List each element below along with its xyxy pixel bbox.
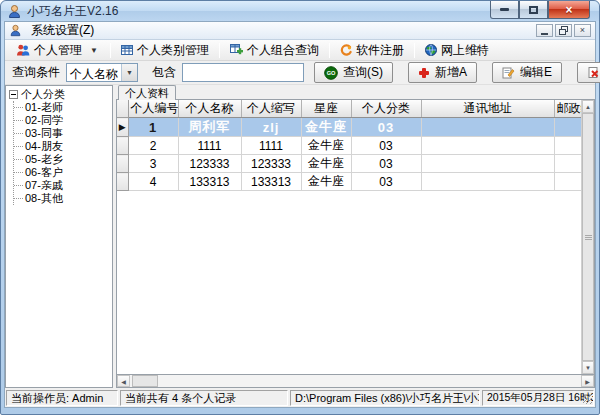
chevron-down-icon[interactable]: ▼: [121, 64, 137, 81]
cell: zlj: [241, 118, 301, 137]
horizontal-scroll-thumb[interactable]: [132, 375, 158, 387]
add-icon: [418, 67, 430, 79]
edit-icon: [502, 66, 515, 79]
toolbar-combo-query-button[interactable]: 个人组合查询: [224, 40, 325, 61]
tab-personal-data[interactable]: 个人资料: [118, 85, 176, 100]
mdi-restore-button[interactable]: [555, 24, 572, 37]
edit-button[interactable]: 编辑E: [492, 62, 562, 83]
cell: 133313: [178, 173, 241, 191]
cell: 金牛座: [301, 118, 351, 137]
toolbar-button-label: 个人类别管理: [137, 42, 209, 59]
cell: 3: [128, 155, 178, 173]
tree-item-hometown[interactable]: 05-老乡: [14, 153, 112, 166]
table-row[interactable]: ▶ 1 周利军 zlj 金牛座 03: [117, 118, 590, 137]
tree-item-friend[interactable]: 04-朋友: [14, 140, 112, 153]
cell: 03: [351, 155, 421, 173]
tab-strip: 个人资料: [116, 85, 595, 100]
cell: [421, 173, 554, 191]
main-area: 个人分类 01-老师 02-同学 03-同事 04-朋友 05-老乡 06-客户…: [5, 85, 595, 388]
table-row[interactable]: 2 1111 1111 金牛座 03: [117, 137, 590, 155]
cell: 03: [351, 137, 421, 155]
tree-item-colleague[interactable]: 03-同事: [14, 127, 112, 140]
records-panel: 个人资料 个人编号 个人名称: [116, 85, 595, 388]
toolbar-button-label: 软件注册: [356, 42, 404, 59]
tree-item-teacher[interactable]: 01-老师: [14, 101, 112, 114]
cell: 133313: [241, 173, 301, 191]
tree-children: 01-老师 02-同学 03-同事 04-朋友 05-老乡 06-客户 07-亲…: [13, 101, 112, 205]
collapse-icon[interactable]: [9, 90, 18, 99]
go-icon: GO: [324, 66, 338, 80]
delete-button[interactable]: 删除D: [577, 62, 600, 83]
caption-buttons: ×: [490, 1, 590, 19]
cell: 金牛座: [301, 137, 351, 155]
tree-item-other[interactable]: 08-其他: [14, 192, 112, 205]
close-button[interactable]: ×: [548, 1, 590, 19]
row-indicator: [117, 173, 128, 191]
records-table: 个人编号 个人名称 个人缩写 星座 个人分类 通讯地址 邮政编: [117, 100, 591, 191]
query-condition-label: 查询条件: [12, 64, 60, 81]
menubar: 系统设置(Z) ×: [5, 22, 595, 40]
search-button[interactable]: GO 查询(S): [314, 62, 393, 83]
tree-item-classmate[interactable]: 02-同学: [14, 114, 112, 127]
column-header[interactable]: 个人编号: [128, 100, 178, 118]
tree-item-relative[interactable]: 07-亲戚: [14, 179, 112, 192]
mdi-close-button[interactable]: ×: [574, 24, 591, 37]
cell: 1111: [241, 137, 301, 155]
minimize-button[interactable]: [490, 1, 519, 19]
vertical-scroll-thumb[interactable]: [582, 113, 594, 361]
scroll-down-icon[interactable]: ▼: [582, 361, 594, 374]
mdi-buttons: ×: [536, 24, 591, 37]
mdi-minimize-icon: [541, 33, 548, 35]
column-header[interactable]: 个人缩写: [241, 100, 301, 118]
tree-root-personal-category[interactable]: 个人分类: [9, 88, 112, 101]
tree-item-customer[interactable]: 06-客户: [14, 166, 112, 179]
column-header[interactable]: 个人名称: [178, 100, 241, 118]
vertical-scrollbar[interactable]: ▲ ▼: [581, 100, 594, 374]
menu-system-settings[interactable]: 系统设置(Z): [26, 21, 99, 40]
register-icon: [340, 44, 352, 56]
cell: 1111: [178, 137, 241, 155]
status-record-count: 当前共有 4 条个人记录: [120, 390, 288, 406]
toolbar-personal-manage-button[interactable]: 个人管理: [10, 40, 88, 61]
cell: 03: [351, 118, 421, 137]
search-input[interactable]: [182, 63, 304, 82]
cell: 4: [128, 173, 178, 191]
mdi-child-icon: [9, 24, 22, 37]
cell: 周利军: [178, 118, 241, 137]
status-operator: 当前操作员: Admin: [6, 390, 118, 406]
toolbar-category-manage-button[interactable]: 个人类别管理: [115, 40, 215, 61]
query-bar: 查询条件 个人名称 ▼ 包含 GO 查询(S): [5, 61, 595, 85]
column-header[interactable]: 通讯地址: [421, 100, 554, 118]
maximize-icon: [529, 6, 538, 14]
toolbar-online-button[interactable]: 网上维特: [419, 40, 495, 61]
toolbar-button-label: 个人组合查询: [247, 42, 319, 59]
scroll-left-icon[interactable]: ◀: [117, 375, 130, 387]
mdi-minimize-button[interactable]: [536, 24, 553, 37]
table-row[interactable]: 3 123333 123333 金牛座 03: [117, 155, 590, 173]
combo-query-icon: [230, 44, 243, 56]
scroll-up-icon[interactable]: ▲: [582, 100, 594, 113]
horizontal-scroll-track[interactable]: [158, 375, 581, 387]
add-button[interactable]: 新增A: [408, 62, 477, 83]
personal-manage-dropdown[interactable]: ▼: [88, 44, 106, 57]
column-header[interactable]: 个人分类: [351, 100, 421, 118]
table-row[interactable]: 4 133313 133313 金牛座 03: [117, 173, 590, 191]
cell: 2: [128, 137, 178, 155]
titlebar[interactable]: 小巧名片王V2.16 ×: [1, 1, 599, 21]
maximize-button[interactable]: [519, 1, 548, 19]
globe-icon: [425, 44, 437, 56]
toolbar-register-button[interactable]: 软件注册: [334, 40, 410, 61]
status-datetime: 2015年05月28日 16时33分06秒: [482, 390, 594, 406]
column-header[interactable]: 星座: [301, 100, 351, 118]
scroll-right-icon[interactable]: ▶: [581, 375, 594, 387]
cell: [421, 155, 554, 173]
edit-button-label: 编辑E: [520, 64, 552, 81]
query-condition-select[interactable]: 个人名称 ▼: [66, 63, 138, 82]
resize-grip[interactable]: [583, 395, 592, 404]
row-indicator: [117, 155, 128, 173]
toolbar-separator: [329, 43, 330, 58]
cell: 金牛座: [301, 155, 351, 173]
toolbar-separator: [219, 43, 220, 58]
horizontal-scrollbar[interactable]: ◀ ▶: [116, 375, 595, 388]
toolbar-button-label: 个人管理: [34, 42, 82, 59]
